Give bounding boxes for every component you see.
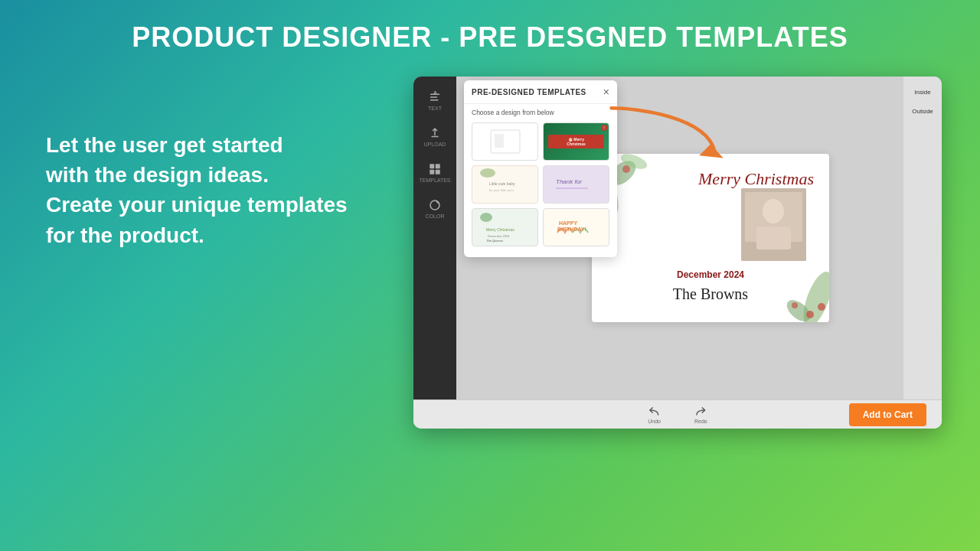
- svg-rect-7: [436, 170, 440, 174]
- template-thumb-christmas[interactable]: 🎅 Merry Christmas !: [543, 122, 609, 161]
- template-dialog: PRE-DESIGNED TEMPLATES × Choose a design…: [464, 80, 617, 257]
- redo-button[interactable]: Redo: [694, 406, 707, 424]
- dialog-title: PRE-DESIGNED TEMPLATES: [472, 88, 586, 96]
- sidebar-item-templates[interactable]: TEMPLATES: [413, 156, 456, 189]
- svg-text:Thank for: Thank for: [556, 178, 582, 185]
- christmas2-thumb-icon: Merry Christmas December 2024 The Queens: [479, 210, 532, 245]
- svg-rect-6: [430, 170, 434, 174]
- template-thumb-blank[interactable]: [472, 122, 538, 161]
- card-family-name: The Browns: [673, 285, 748, 303]
- sidebar: A TEXT UPLOAD: [413, 77, 456, 399]
- template-thumb-thankyou[interactable]: Thank for: [543, 165, 609, 204]
- outside-button[interactable]: Outside: [903, 103, 942, 119]
- template-thumb-floral[interactable]: Little cute baby for your little one's: [472, 165, 538, 204]
- svg-point-12: [480, 168, 495, 178]
- svg-point-30: [622, 165, 630, 173]
- redo-icon: [694, 406, 707, 418]
- svg-point-37: [818, 303, 825, 311]
- undo-icon: [648, 406, 661, 418]
- app-body: A TEXT UPLOAD: [413, 77, 942, 399]
- svg-point-36: [792, 302, 798, 308]
- page-title: PRODUCT DESIGNER - PRE DESGNED TEMPLATES: [132, 21, 848, 54]
- right-panel: Inside Outside: [903, 77, 942, 399]
- sidebar-text-label: TEXT: [428, 106, 442, 111]
- text-icon: A: [428, 90, 442, 104]
- left-line1: Let the user get started: [46, 130, 413, 160]
- svg-rect-2: [430, 99, 439, 101]
- thankyou-thumb-icon: Thank for: [550, 167, 603, 202]
- svg-text:HAPPY: HAPPY: [559, 220, 577, 226]
- svg-rect-10: [495, 134, 504, 148]
- sidebar-item-text[interactable]: A TEXT: [413, 84, 456, 117]
- left-line4: for the product.: [46, 220, 413, 250]
- sidebar-item-color[interactable]: COLOR: [413, 192, 456, 225]
- svg-text:Little cute baby: Little cute baby: [489, 181, 515, 186]
- dialog-close-button[interactable]: ×: [603, 86, 609, 97]
- inside-button[interactable]: Inside: [903, 84, 942, 100]
- left-line3: Create your unique templates: [46, 190, 413, 220]
- svg-text:for your little one's: for your little one's: [489, 188, 514, 192]
- undo-label: Undo: [648, 419, 661, 424]
- floral-bottom-right: [772, 261, 829, 322]
- card-photo: [741, 188, 806, 261]
- svg-rect-5: [436, 164, 440, 168]
- sidebar-color-label: COLOR: [426, 214, 445, 219]
- upload-icon: [428, 126, 442, 140]
- card-photo-image: [741, 188, 806, 261]
- svg-rect-4: [430, 164, 434, 168]
- birthday-thumb-icon: HAPPY BIRTHDAY!: [550, 210, 603, 245]
- dialog-header: PRE-DESIGNED TEMPLATES ×: [464, 80, 617, 104]
- templates-icon: [428, 162, 442, 176]
- sidebar-upload-label: UPLOAD: [424, 142, 446, 147]
- dialog-subtitle: Choose a design from below: [464, 104, 617, 119]
- canvas-area: PRE-DESIGNED TEMPLATES × Choose a design…: [456, 77, 903, 399]
- card-date: December 2024: [677, 269, 744, 280]
- content-area: Let the user get started with the design…: [0, 54, 980, 551]
- left-description: Let the user get started with the design…: [46, 69, 413, 250]
- svg-point-19: [480, 213, 492, 222]
- left-line2: with the design ideas.: [46, 160, 413, 190]
- svg-text:A: A: [433, 90, 438, 96]
- page-background: PRODUCT DESIGNER - PRE DESGNED TEMPLATES…: [0, 0, 980, 551]
- template-thumb-christmas2[interactable]: Merry Christmas December 2024 The Queens: [472, 208, 538, 246]
- svg-text:The Queens: The Queens: [486, 239, 503, 243]
- blank-template-icon: [490, 129, 521, 154]
- svg-text:December 2024: December 2024: [488, 234, 510, 238]
- floral-thumb-icon: Little cute baby for your little one's: [479, 167, 532, 202]
- template-grid: 🎅 Merry Christmas !: [464, 119, 617, 249]
- app-footer: Undo Redo Add to Cart: [413, 399, 942, 429]
- preview-card: Merry Christmas December 2024 The Bro: [592, 154, 829, 322]
- svg-text:Merry Christmas: Merry Christmas: [486, 227, 514, 232]
- christmas-thumb-text: 🎅 Merry Christmas: [548, 135, 603, 148]
- svg-point-40: [763, 199, 784, 223]
- sidebar-item-upload[interactable]: UPLOAD: [413, 120, 456, 153]
- svg-point-35: [806, 311, 814, 318]
- svg-text:BIRTHDAY!: BIRTHDAY!: [557, 227, 586, 232]
- redo-label: Redo: [694, 419, 707, 424]
- sidebar-templates-label: TEMPLATES: [419, 178, 450, 183]
- card-greeting: Merry Christmas: [698, 169, 814, 189]
- svg-rect-41: [756, 227, 791, 249]
- undo-button[interactable]: Undo: [648, 406, 661, 424]
- add-to-cart-button[interactable]: Add to Cart: [849, 403, 926, 426]
- template-thumb-birthday[interactable]: HAPPY BIRTHDAY!: [543, 208, 609, 246]
- app-window: A TEXT UPLOAD: [413, 77, 942, 429]
- color-icon: [428, 198, 442, 212]
- svg-rect-1: [430, 96, 437, 98]
